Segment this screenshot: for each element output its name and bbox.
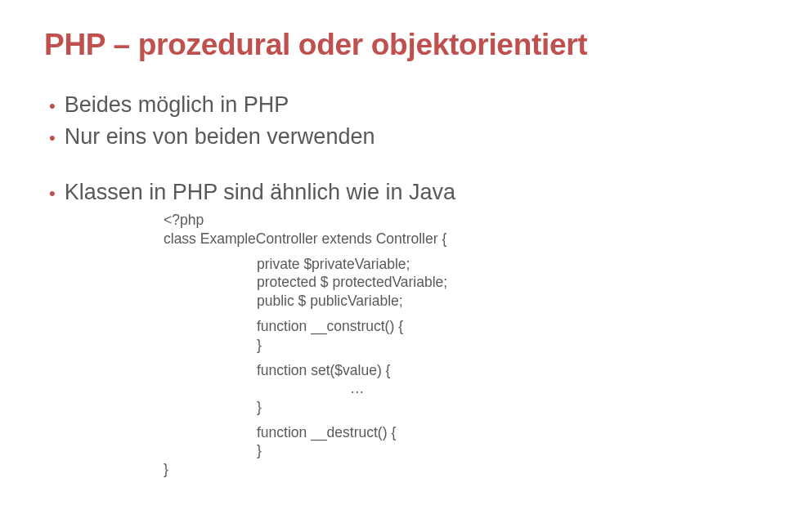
spacer (49, 156, 741, 179)
bullet-list: • Beides möglich in PHP • Nur eins von b… (49, 92, 741, 205)
bullet-text: Klassen in PHP sind ähnlich wie in Java (65, 179, 455, 205)
code-line: function set($value) { (257, 361, 741, 379)
bullet-dot-icon: • (49, 185, 56, 203)
code-line: } (164, 460, 741, 478)
code-block: <?php class ExampleController extends Co… (164, 211, 741, 478)
code-line: } (257, 398, 741, 416)
slide-title: PHP – prozedural oder objektorientiert (44, 28, 741, 62)
bullet-dot-icon: • (49, 129, 56, 147)
bullet-item: • Klassen in PHP sind ähnlich wie in Jav… (49, 179, 741, 205)
code-line: <?php (164, 211, 741, 229)
code-line: } (257, 441, 741, 459)
bullet-text: Beides möglich in PHP (65, 92, 289, 118)
code-line: private $privateVariable; (257, 255, 741, 273)
bullet-item: • Nur eins von beiden verwenden (49, 123, 741, 150)
code-line: function __destruct() { (257, 423, 741, 441)
bullet-item: • Beides möglich in PHP (49, 92, 741, 118)
code-line: public $ publicVariable; (257, 292, 741, 310)
code-line: function __construct() { (257, 317, 741, 335)
code-line: } (257, 336, 741, 354)
code-line: … (350, 379, 741, 397)
code-line: class ExampleController extends Controll… (164, 230, 741, 248)
code-line: protected $ protectedVariable; (257, 273, 741, 291)
bullet-text: Nur eins von beiden verwenden (65, 123, 375, 150)
bullet-dot-icon: • (49, 97, 56, 115)
